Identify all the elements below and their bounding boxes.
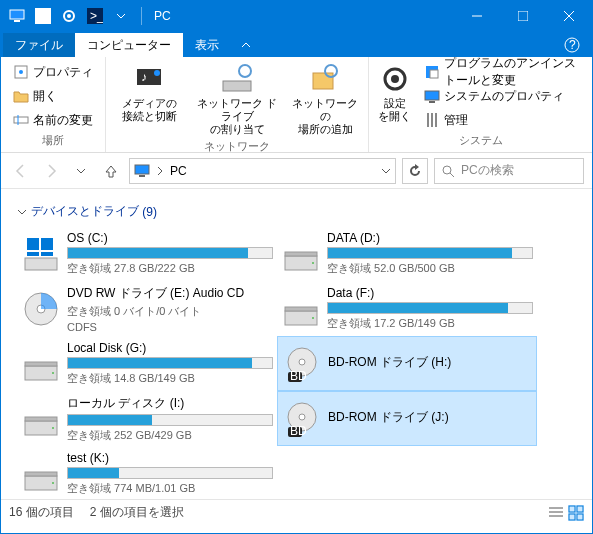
svg-rect-20 bbox=[223, 81, 251, 91]
up-button[interactable] bbox=[99, 159, 123, 183]
forward-button[interactable] bbox=[39, 159, 63, 183]
drive-item[interactable]: OS (C:)空き領域 27.8 GB/222 GB bbox=[17, 226, 277, 281]
uninstall-icon bbox=[424, 64, 440, 80]
qat-powershell-icon[interactable]: >_ bbox=[83, 4, 107, 28]
tab-view[interactable]: 表示 bbox=[183, 33, 231, 57]
map-drive-icon bbox=[221, 63, 253, 95]
rename-icon bbox=[13, 112, 29, 128]
media-connect-button[interactable]: ♪メディアの 接続と切断 bbox=[114, 61, 184, 137]
drive-name: test (K:) bbox=[67, 451, 273, 465]
chevron-right-icon[interactable] bbox=[156, 166, 164, 176]
drive-item[interactable]: DATA (D:)空き領域 52.0 GB/500 GB bbox=[277, 226, 537, 281]
recent-button[interactable] bbox=[69, 159, 93, 183]
open-settings-button[interactable]: 設定 を開く bbox=[377, 61, 412, 131]
properties-button[interactable]: プロパティ bbox=[9, 61, 97, 83]
svg-point-52 bbox=[52, 372, 54, 374]
drive-item[interactable]: DVD RW ドライブ (E:) Audio CD空き領域 0 バイト/0 バイ… bbox=[17, 281, 277, 336]
tiles-view-button[interactable] bbox=[568, 505, 584, 521]
close-button[interactable] bbox=[546, 1, 592, 31]
drive-item[interactable]: BDBD-ROM ドライブ (J:) bbox=[277, 391, 537, 446]
drive-name: ローカル ディスク (I:) bbox=[67, 395, 273, 412]
navigation-bar: PC PCの検索 bbox=[1, 153, 592, 189]
svg-point-61 bbox=[299, 414, 305, 420]
drive-name: OS (C:) bbox=[67, 231, 273, 245]
drive-icon bbox=[281, 289, 321, 329]
svg-point-14 bbox=[19, 70, 23, 74]
drive-icon bbox=[21, 289, 61, 329]
drive-item[interactable]: test (K:)空き領域 774 MB/1.01 GB bbox=[17, 446, 277, 499]
tab-computer[interactable]: コンピューター bbox=[75, 33, 183, 57]
svg-rect-58 bbox=[25, 417, 57, 421]
svg-rect-0 bbox=[10, 10, 24, 19]
drive-free-space: 空き領域 27.8 GB/222 GB bbox=[67, 261, 273, 276]
drive-name: BD-ROM ドライブ (H:) bbox=[328, 354, 532, 371]
svg-rect-22 bbox=[313, 73, 333, 89]
pc-icon bbox=[5, 4, 29, 28]
drive-name: Local Disk (G:) bbox=[67, 341, 273, 355]
svg-rect-30 bbox=[427, 113, 429, 127]
svg-rect-27 bbox=[430, 70, 438, 78]
capacity-bar bbox=[67, 357, 273, 369]
uninstall-button[interactable]: プログラムのアンインストールと変更 bbox=[420, 61, 584, 83]
qat-app-icon[interactable] bbox=[31, 4, 55, 28]
chevron-down-icon[interactable] bbox=[381, 166, 391, 176]
drive-icon bbox=[21, 399, 61, 439]
svg-rect-51 bbox=[25, 362, 57, 366]
svg-point-4 bbox=[67, 14, 71, 18]
group-header[interactable]: デバイスとドライブ (9) bbox=[17, 197, 576, 226]
ribbon: プロパティ 開く 名前の変更 場所 ♪メディアの 接続と切断 ネットワーク ドラ… bbox=[1, 57, 592, 153]
drive-icon: BD bbox=[282, 344, 322, 384]
drive-item[interactable]: BDBD-ROM ドライブ (H:) bbox=[277, 336, 537, 391]
map-drive-button[interactable]: ネットワーク ドライブ の割り当て bbox=[192, 61, 282, 137]
search-input[interactable]: PCの検索 bbox=[434, 158, 584, 184]
svg-rect-72 bbox=[569, 514, 575, 520]
drive-name: Data (F:) bbox=[327, 286, 533, 300]
svg-rect-38 bbox=[27, 238, 39, 250]
svg-rect-31 bbox=[431, 113, 433, 127]
minimize-button[interactable] bbox=[454, 1, 500, 31]
svg-rect-1 bbox=[14, 20, 20, 22]
titlebar: >_ PC bbox=[1, 1, 592, 31]
svg-rect-40 bbox=[27, 252, 39, 256]
svg-rect-34 bbox=[139, 175, 145, 177]
drive-free-space: 空き領域 252 GB/429 GB bbox=[67, 428, 273, 443]
system-properties-button[interactable]: システムのプロパティ bbox=[420, 85, 584, 107]
back-button[interactable] bbox=[9, 159, 33, 183]
svg-rect-28 bbox=[425, 91, 439, 100]
ribbon-expand-button[interactable] bbox=[231, 33, 261, 57]
drive-item[interactable]: ローカル ディスク (I:)空き領域 252 GB/429 GB bbox=[17, 391, 277, 446]
drive-item[interactable]: Data (F:)空き領域 17.2 GB/149 GB bbox=[277, 281, 537, 336]
maximize-button[interactable] bbox=[500, 1, 546, 31]
capacity-bar bbox=[327, 302, 533, 314]
capacity-bar bbox=[67, 247, 273, 259]
path-segment[interactable]: PC bbox=[170, 164, 187, 178]
svg-text:>_: >_ bbox=[90, 9, 103, 23]
svg-rect-48 bbox=[285, 307, 317, 311]
svg-rect-8 bbox=[518, 11, 528, 21]
qat-settings-icon[interactable] bbox=[57, 4, 81, 28]
add-location-button[interactable]: ネットワークの 場所の追加 bbox=[290, 61, 360, 137]
qat-dropdown-icon[interactable] bbox=[109, 4, 133, 28]
svg-rect-71 bbox=[577, 506, 583, 512]
properties-icon bbox=[13, 64, 29, 80]
refresh-button[interactable] bbox=[402, 158, 428, 184]
tab-file[interactable]: ファイル bbox=[3, 33, 75, 57]
svg-rect-32 bbox=[435, 113, 437, 127]
ribbon-tabs: ファイル コンピューター 表示 ? bbox=[1, 31, 592, 57]
group-label-network: ネットワーク bbox=[114, 137, 360, 154]
settings-icon bbox=[379, 63, 411, 95]
drive-icon bbox=[281, 234, 321, 274]
drive-icon bbox=[21, 234, 61, 274]
address-bar[interactable]: PC bbox=[129, 158, 396, 184]
help-button[interactable]: ? bbox=[552, 33, 592, 57]
selection-count: 2 個の項目を選択 bbox=[90, 504, 184, 521]
open-button[interactable]: 開く bbox=[9, 85, 97, 107]
manage-button[interactable]: 管理 bbox=[420, 109, 584, 131]
rename-button[interactable]: 名前の変更 bbox=[9, 109, 97, 131]
drive-item[interactable]: Local Disk (G:)空き領域 14.8 GB/149 GB bbox=[17, 336, 277, 391]
svg-rect-37 bbox=[25, 258, 57, 270]
capacity-bar bbox=[327, 247, 533, 259]
details-view-button[interactable] bbox=[548, 505, 564, 521]
group-label-system: システム bbox=[377, 131, 584, 148]
drive-icon bbox=[21, 344, 61, 384]
